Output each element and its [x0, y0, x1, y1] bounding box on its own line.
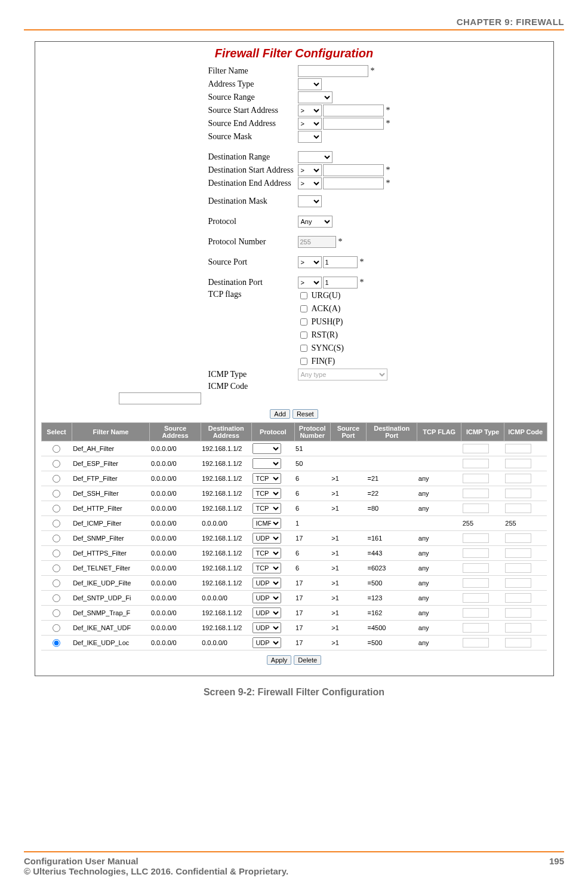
row-icmpcode-input[interactable] [505, 459, 531, 468]
dest-port-op-select[interactable]: > [298, 277, 322, 289]
row-icmpcode-input[interactable] [505, 608, 531, 618]
row-icmptype-input[interactable] [463, 638, 489, 647]
row-protocol-select[interactable]: UDP [253, 607, 281, 618]
dest-mask-select[interactable] [298, 195, 322, 207]
row-protocol-select[interactable]: UDP [253, 578, 281, 588]
row-icmptype [461, 636, 504, 650]
source-mask-select[interactable] [298, 131, 322, 143]
delete-button[interactable]: Delete [294, 655, 321, 665]
row-select-radio[interactable] [53, 579, 60, 587]
source-range-select[interactable] [298, 91, 333, 103]
row-icmptype-input[interactable] [463, 474, 489, 483]
row-icmptype-input[interactable] [463, 489, 489, 498]
row-select-radio[interactable] [53, 475, 60, 483]
row-icmpcode-input[interactable] [505, 593, 531, 603]
row-protocol-select[interactable] [253, 458, 281, 469]
row-icmptype-input[interactable] [463, 593, 489, 603]
row-select-radio[interactable] [53, 594, 60, 602]
row-dst: 192.168.1.1/2 [201, 471, 251, 486]
row-protocol-select[interactable]: TCP [253, 488, 281, 499]
row-icmptype-input[interactable] [463, 548, 489, 558]
row-protocol-select[interactable]: UDP [253, 593, 281, 603]
row-select-radio[interactable] [53, 505, 60, 513]
row-select-radio[interactable] [53, 550, 60, 557]
row-select-radio[interactable] [53, 624, 60, 632]
row-select-radio[interactable] [53, 564, 60, 572]
tcp-flag-push-checkbox[interactable] [300, 318, 307, 326]
row-select-radio[interactable] [53, 460, 60, 468]
dest-end-input[interactable] [323, 177, 384, 189]
row-protocol-select[interactable]: TCP [253, 503, 281, 514]
row-icmpcode-input[interactable] [505, 444, 531, 453]
source-port-op-select[interactable]: > [298, 256, 322, 268]
row-icmptype-input[interactable] [463, 533, 489, 543]
row-icmpcode-input[interactable] [505, 533, 531, 543]
source-start-op-select[interactable]: > [298, 105, 322, 116]
row-icmptype-input[interactable] [463, 623, 489, 633]
protocol-number-input[interactable] [298, 236, 336, 248]
source-end-op-select[interactable]: > [298, 118, 322, 130]
address-type-select[interactable] [298, 78, 322, 90]
row-icmpcode-input[interactable] [505, 474, 531, 483]
row-icmpcode-input[interactable] [505, 638, 531, 647]
add-button[interactable]: Add [270, 409, 290, 419]
row-protnum: 17 [294, 636, 330, 650]
apply-button[interactable]: Apply [267, 655, 292, 665]
row-icmpcode-input[interactable] [505, 563, 531, 573]
row-src: 0.0.0.0/0 [150, 591, 201, 606]
dest-end-op-select[interactable]: > [298, 177, 322, 189]
required-star: * [360, 278, 364, 287]
row-select-radio[interactable] [53, 445, 60, 453]
tcp-flag-sync-checkbox[interactable] [300, 345, 307, 352]
row-protocol-select[interactable]: ICMP [253, 518, 281, 529]
dest-range-select[interactable] [298, 151, 333, 163]
row-tcpflag: any [417, 486, 461, 501]
row-icmptype-input[interactable] [463, 444, 489, 453]
reset-button[interactable]: Reset [293, 409, 318, 419]
tcp-flag-ack-checkbox[interactable] [300, 305, 307, 312]
row-protocol-select[interactable]: UDP [253, 637, 281, 648]
row-protocol-select[interactable]: TCP [253, 473, 281, 484]
row-icmptype-input[interactable] [463, 563, 489, 573]
row-icmpcode-input[interactable] [505, 578, 531, 588]
row-dport: =123 [367, 591, 417, 606]
tcp-flag-fin-checkbox[interactable] [300, 358, 307, 365]
source-port-input[interactable] [323, 256, 358, 268]
source-end-input[interactable] [323, 118, 384, 130]
icmp-code-input[interactable] [119, 392, 201, 404]
dest-start-input[interactable] [323, 164, 384, 176]
row-icmptype [461, 561, 504, 576]
row-icmpcode-input[interactable] [505, 548, 531, 558]
row-protocol-select[interactable] [253, 443, 281, 454]
dest-start-op-select[interactable]: > [298, 164, 322, 176]
row-icmptype-input[interactable] [463, 608, 489, 618]
protocol-select[interactable]: Any [298, 216, 333, 228]
row-icmpcode-input[interactable] [505, 504, 531, 513]
row-select-radio[interactable] [53, 609, 60, 617]
dest-range-label: Destination Range [208, 152, 298, 162]
row-select-radio[interactable] [53, 520, 60, 527]
row-select-radio[interactable] [53, 490, 60, 498]
row-icmpcode-input[interactable] [505, 623, 531, 633]
tcp-flag-urg-checkbox[interactable] [300, 292, 307, 299]
icmp-type-select[interactable]: Any type [298, 369, 387, 380]
tcp-flag-rst-checkbox[interactable] [300, 332, 307, 339]
row-select-radio[interactable] [53, 639, 60, 647]
row-src: 0.0.0.0/0 [150, 471, 201, 486]
row-protocol-select[interactable]: UDP [253, 622, 281, 633]
row-protocol-select[interactable]: TCP [253, 548, 281, 558]
row-icmptype-input[interactable] [463, 578, 489, 588]
row-protocol-select[interactable]: TCP [253, 563, 281, 573]
row-select-radio[interactable] [53, 535, 60, 542]
th-protocol: Protocol [251, 423, 294, 441]
dest-port-input[interactable] [323, 277, 358, 289]
row-icmpcode-input[interactable] [505, 489, 531, 498]
row-dst: 192.168.1.1/2 [201, 546, 251, 561]
row-icmptype-input[interactable] [463, 504, 489, 513]
figure-caption: Screen 9-2: Firewall Filter Configuratio… [24, 687, 564, 698]
filter-name-input[interactable] [298, 65, 368, 77]
row-protocol-select[interactable]: UDP [253, 533, 281, 544]
row-dport [367, 456, 417, 471]
row-icmptype-input[interactable] [463, 459, 489, 468]
source-start-input[interactable] [323, 105, 384, 116]
